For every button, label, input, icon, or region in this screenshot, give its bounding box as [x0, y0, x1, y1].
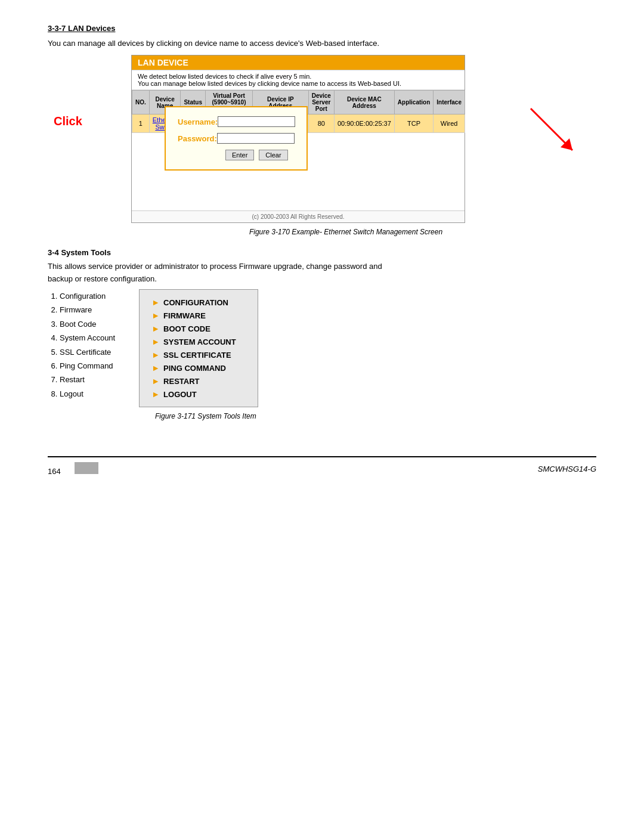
section-34: 3-4 System Tools This allows service pro…	[48, 248, 596, 420]
figure-171-caption: Figure 3-171 System Tools Item	[155, 412, 596, 420]
section-337-intro: You can manage all devices by clicking o…	[48, 39, 596, 48]
lan-device-info: We detect below listed devices to check …	[132, 70, 465, 90]
red-arrow-icon	[525, 103, 584, 162]
arrow-icon: ►	[151, 350, 160, 360]
menu-item-pingcommand[interactable]: ► PING COMMAND	[151, 361, 246, 374]
menu-item-label: SSL CERTIFICATE	[163, 351, 231, 360]
menu-item-configuration[interactable]: ► CONFIGURATION	[151, 296, 246, 309]
cell-application: TCP	[394, 114, 433, 133]
menu-item-label: BOOT CODE	[163, 324, 210, 333]
figure-170-caption: Figure 3-170 Example- Ethernet Switch Ma…	[95, 228, 596, 236]
section-34-desc2: backup or restore configuration.	[48, 274, 596, 283]
click-label: Click	[54, 114, 82, 128]
list-column: Configuration Firmware Boot Code System …	[48, 289, 115, 407]
clear-button[interactable]: Clear	[259, 150, 287, 160]
list-item: Ping Command	[60, 359, 115, 373]
password-row: Password:	[178, 133, 295, 144]
username-row: Username:	[178, 116, 295, 127]
list-item: Firmware	[60, 303, 115, 317]
cell-server-port: 80	[308, 114, 334, 133]
info-line2: You can manage below listed devices by c…	[138, 80, 459, 87]
arrow-icon: ►	[151, 337, 160, 346]
page-number: 164	[48, 467, 61, 476]
menu-item-label: PING COMMAND	[163, 364, 226, 373]
menu-item-label: CONFIGURATION	[163, 298, 228, 307]
section-337-title: 3-3-7 LAN Devices	[48, 24, 596, 33]
copyright: (c) 2000-2003 All Rights Reserved.	[132, 210, 465, 222]
menu-item-firmware[interactable]: ► FIRMWARE	[151, 309, 246, 322]
menu-item-label: LOGOUT	[163, 390, 197, 399]
page-model: SMCWHSG14-G	[538, 465, 596, 473]
gray-box-decoration	[75, 462, 98, 474]
password-label: Password:	[178, 134, 217, 143]
arrow-icon: ►	[151, 298, 160, 307]
login-form: Username: Password: Enter Clear	[165, 106, 308, 171]
list-item: SSL Certificate	[60, 345, 115, 359]
col-server-port: DeviceServerPort	[308, 91, 334, 114]
numbered-list: Configuration Firmware Boot Code System …	[48, 289, 115, 401]
menu-item-systemaccount[interactable]: ► SYSTEM ACCOUNT	[151, 335, 246, 348]
col-no: NO.	[132, 91, 150, 114]
list-item: System Account	[60, 331, 115, 345]
section-337: 3-3-7 LAN Devices You can manage all dev…	[48, 24, 596, 236]
menu-item-label: FIRMWARE	[163, 311, 206, 320]
list-item: Boot Code	[60, 317, 115, 331]
col-application: Application	[394, 91, 433, 114]
cell-mac: 00:90:0E:00:25:37	[334, 114, 394, 133]
username-label: Username:	[178, 117, 218, 126]
cell-interface: Wired	[434, 114, 465, 133]
arrow-icon: ►	[151, 376, 160, 386]
arrow-icon: ►	[151, 363, 160, 373]
menu-item-label: RESTART	[163, 377, 199, 386]
page-number-area: 164	[48, 462, 98, 476]
section-34-desc1: This allows service provider or administ…	[48, 262, 596, 271]
arrow-icon: ►	[151, 389, 160, 399]
info-line1: We detect below listed devices to check …	[138, 73, 459, 80]
lan-device-header: LAN DEVICE	[132, 55, 465, 70]
list-item: Restart	[60, 373, 115, 386]
username-input[interactable]	[218, 116, 295, 127]
list-item: Logout	[60, 387, 115, 401]
section-34-title: 3-4 System Tools	[48, 248, 596, 257]
col-mac: Device MACAddress	[334, 91, 394, 114]
menu-item-bootcode[interactable]: ► BOOT CODE	[151, 322, 246, 335]
arrow-icon: ►	[151, 324, 160, 333]
menu-item-restart[interactable]: ► RESTART	[151, 374, 246, 388]
menu-item-logout[interactable]: ► LOGOUT	[151, 388, 246, 401]
lan-device-panel: LAN DEVICE We detect below listed device…	[131, 55, 465, 223]
col-interface: Interface	[434, 91, 465, 114]
page-footer: 164 SMCWHSG14-G	[48, 456, 596, 476]
content-area: Configuration Firmware Boot Code System …	[48, 289, 596, 407]
menu-item-sslcertificate[interactable]: ► SSL CERTIFICATE	[151, 348, 246, 361]
password-input[interactable]	[217, 133, 295, 144]
menu-panel: ► CONFIGURATION ► FIRMWARE ► BOOT CODE ►…	[139, 289, 258, 407]
enter-button[interactable]: Enter	[225, 150, 254, 160]
cell-no: 1	[132, 114, 150, 133]
login-buttons: Enter Clear	[225, 150, 295, 160]
menu-item-label: SYSTEM ACCOUNT	[163, 337, 236, 346]
list-item: Configuration	[60, 289, 115, 303]
arrow-icon: ►	[151, 311, 160, 320]
